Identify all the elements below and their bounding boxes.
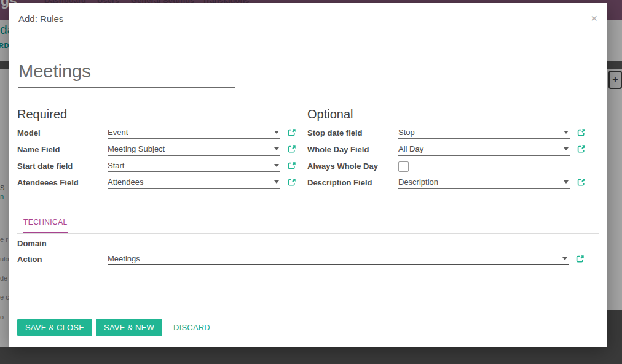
action-select[interactable]: Meetings <box>108 254 569 265</box>
action-label: Action <box>17 254 108 264</box>
dialog-header: Add: Rules × <box>9 3 607 34</box>
field-row-action: Action Meetings <box>17 254 585 265</box>
chevron-down-icon[interactable] <box>274 164 279 167</box>
chevron-down-icon[interactable] <box>562 257 567 260</box>
chevron-down-icon[interactable] <box>564 180 569 184</box>
dialog-title: Add: Rules <box>18 14 63 24</box>
field-row-description: Description Field Description <box>307 177 586 190</box>
domain-label: Domain <box>17 238 108 248</box>
start-date-select[interactable]: Start <box>108 161 280 172</box>
chevron-down-icon[interactable] <box>274 147 279 150</box>
external-link-icon[interactable] <box>577 178 586 187</box>
always-whole-day-label: Always Whole Day <box>307 161 398 171</box>
discard-button[interactable]: DISCARD <box>173 323 210 332</box>
attendees-value: Attendees <box>108 177 144 187</box>
start-date-label: Start date field <box>17 161 108 171</box>
field-row-whole-day: Whole Day Field All Day <box>307 144 586 157</box>
external-link-icon[interactable] <box>288 161 296 170</box>
chevron-down-icon[interactable] <box>564 131 569 134</box>
chevron-down-icon[interactable] <box>564 147 569 150</box>
action-value: Meetings <box>108 254 140 263</box>
screen: gs Dashboard Users General Settings Tran… <box>0 0 622 364</box>
external-link-icon[interactable] <box>288 145 296 153</box>
model-select[interactable]: Event <box>108 128 280 139</box>
model-value: Event <box>108 128 128 137</box>
field-row-stop-date: Stop date field Stop <box>307 128 586 140</box>
notebook-tabs: TECHNICAL <box>17 216 599 234</box>
rule-name-input[interactable]: Meetings <box>18 61 235 88</box>
close-icon[interactable]: × <box>591 13 597 24</box>
chevron-down-icon[interactable] <box>274 180 279 184</box>
required-heading: Required <box>17 107 296 122</box>
description-value: Description <box>398 177 438 187</box>
add-rules-dialog: Add: Rules × Meetings Required Model Eve… <box>9 3 607 347</box>
field-row-name-field: Name Field Meeting Subject <box>17 144 296 157</box>
field-row-start-date: Start date field Start <box>17 161 296 173</box>
external-link-icon[interactable] <box>577 145 586 153</box>
model-label: Model <box>17 128 108 137</box>
name-field-label: Name Field <box>17 144 108 154</box>
external-link-icon[interactable] <box>288 128 296 137</box>
start-date-value: Start <box>108 161 124 170</box>
field-row-model: Model Event <box>17 128 296 140</box>
name-field-select[interactable]: Meeting Subject <box>108 144 280 156</box>
always-whole-day-checkbox[interactable] <box>398 161 409 172</box>
stop-date-select[interactable]: Stop <box>398 128 570 139</box>
field-row-attendees: Atendeees Field Attendees <box>17 177 296 190</box>
external-link-icon[interactable] <box>576 255 585 263</box>
tab-technical[interactable]: TECHNICAL <box>23 218 68 233</box>
field-row-domain: Domain <box>17 238 572 249</box>
name-field-value: Meeting Subject <box>108 144 165 153</box>
stop-date-label: Stop date field <box>307 128 398 137</box>
chevron-down-icon[interactable] <box>274 131 279 134</box>
optional-heading: Optional <box>307 107 586 122</box>
description-label: Description Field <box>307 177 398 187</box>
domain-input[interactable] <box>108 238 572 249</box>
description-select[interactable]: Description <box>398 177 570 189</box>
attendees-select[interactable]: Attendees <box>108 177 280 189</box>
save-new-button[interactable]: SAVE & NEW <box>96 319 162 336</box>
attendees-label: Atendeees Field <box>17 177 108 187</box>
whole-day-label: Whole Day Field <box>307 144 398 154</box>
whole-day-value: All Day <box>398 144 423 153</box>
field-row-always-whole-day: Always Whole Day <box>307 161 586 173</box>
external-link-icon[interactable] <box>577 128 586 137</box>
whole-day-select[interactable]: All Day <box>398 144 570 156</box>
external-link-icon[interactable] <box>288 178 296 187</box>
save-close-button[interactable]: SAVE & CLOSE <box>17 319 92 336</box>
required-section: Required Model Event Name Field Meeting … <box>17 107 296 194</box>
dialog-footer: SAVE & CLOSE SAVE & NEW DISCARD <box>9 309 607 336</box>
stop-date-value: Stop <box>398 128 415 137</box>
optional-section: Optional Stop date field Stop Whole Day … <box>307 107 586 194</box>
